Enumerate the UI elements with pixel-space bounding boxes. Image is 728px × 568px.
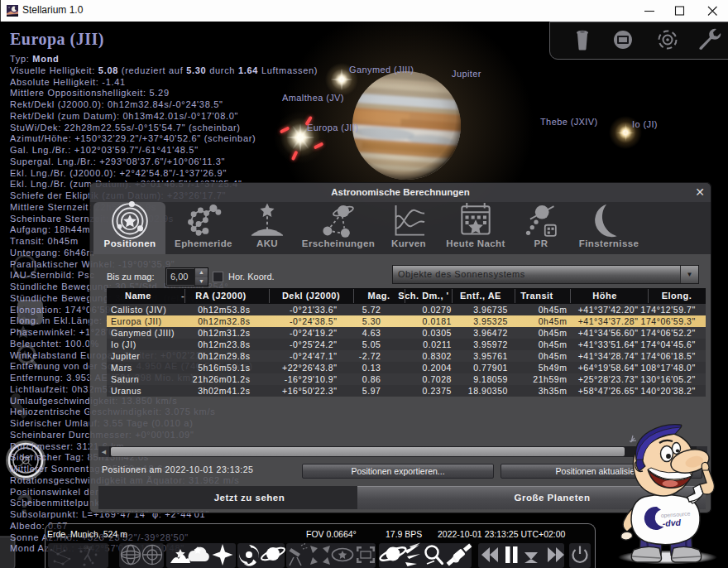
svg-text:orion: orion	[84, 546, 93, 550]
svg-text:-dvd: -dvd	[662, 517, 682, 528]
